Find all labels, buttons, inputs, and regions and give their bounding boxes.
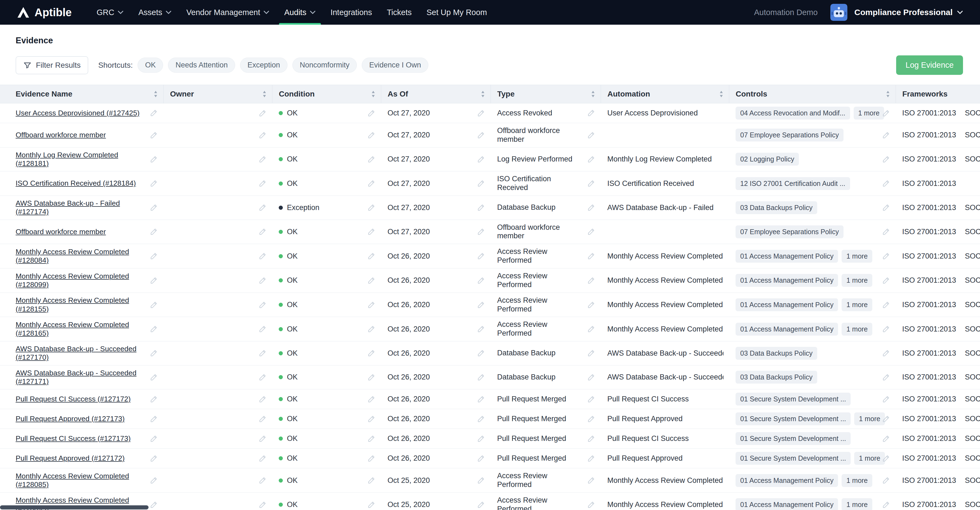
sort-icon[interactable] bbox=[719, 91, 724, 97]
evidence-link[interactable]: AWS Database Back-up - Succeeded (#12717… bbox=[16, 369, 145, 386]
shortcut-pill-evidence-i-own[interactable]: Evidence I Own bbox=[362, 57, 428, 73]
edit-icon[interactable] bbox=[587, 415, 595, 423]
edit-icon[interactable] bbox=[882, 131, 890, 139]
filter-results-button[interactable]: Filter Results bbox=[16, 56, 88, 74]
edit-icon[interactable] bbox=[150, 252, 158, 260]
edit-icon[interactable] bbox=[587, 373, 595, 381]
edit-icon[interactable] bbox=[367, 276, 375, 285]
edit-icon[interactable] bbox=[367, 454, 375, 462]
edit-icon[interactable] bbox=[258, 131, 267, 139]
edit-icon[interactable] bbox=[258, 476, 267, 484]
edit-icon[interactable] bbox=[150, 109, 158, 117]
shortcut-pill-needs-attention[interactable]: Needs Attention bbox=[168, 57, 235, 73]
edit-icon[interactable] bbox=[587, 131, 595, 139]
more-controls-badge[interactable]: 1 more bbox=[854, 107, 885, 120]
edit-icon[interactable] bbox=[587, 501, 595, 509]
more-controls-badge[interactable]: 1 more bbox=[854, 452, 885, 465]
edit-icon[interactable] bbox=[258, 415, 267, 423]
edit-icon[interactable] bbox=[587, 349, 595, 357]
evidence-link[interactable]: Monthly Access Review Completed (#128155… bbox=[16, 296, 145, 313]
nav-item-grc[interactable]: GRC bbox=[89, 0, 131, 25]
nav-item-set-up-my-room[interactable]: Set Up My Room bbox=[419, 0, 495, 25]
edit-icon[interactable] bbox=[477, 415, 485, 423]
sort-icon[interactable] bbox=[371, 91, 375, 97]
edit-icon[interactable] bbox=[258, 301, 267, 309]
log-evidence-button[interactable]: Log Evidence bbox=[896, 56, 963, 75]
edit-icon[interactable] bbox=[477, 349, 485, 357]
evidence-link[interactable]: ISO Certification Received (#128184) bbox=[16, 179, 145, 188]
edit-icon[interactable] bbox=[477, 179, 485, 188]
edit-icon[interactable] bbox=[477, 501, 485, 509]
edit-icon[interactable] bbox=[587, 252, 595, 260]
column-header-condition[interactable]: Condition bbox=[272, 85, 381, 104]
edit-icon[interactable] bbox=[882, 501, 890, 509]
edit-icon[interactable] bbox=[258, 501, 267, 509]
edit-icon[interactable] bbox=[587, 155, 595, 163]
edit-icon[interactable] bbox=[477, 301, 485, 309]
edit-icon[interactable] bbox=[882, 252, 890, 260]
edit-icon[interactable] bbox=[150, 373, 158, 381]
evidence-link[interactable]: Pull Request Approved (#127173) bbox=[16, 414, 145, 423]
edit-icon[interactable] bbox=[587, 276, 595, 285]
column-header-owner[interactable]: Owner bbox=[163, 85, 272, 104]
edit-icon[interactable] bbox=[150, 454, 158, 462]
edit-icon[interactable] bbox=[367, 349, 375, 357]
edit-icon[interactable] bbox=[258, 252, 267, 260]
edit-icon[interactable] bbox=[150, 204, 158, 212]
horizontal-scrollbar-thumb[interactable] bbox=[0, 505, 148, 510]
edit-icon[interactable] bbox=[477, 325, 485, 333]
evidence-link[interactable]: Pull Request CI Success (#127172) bbox=[16, 395, 145, 403]
edit-icon[interactable] bbox=[150, 415, 158, 423]
edit-icon[interactable] bbox=[587, 325, 595, 333]
evidence-link[interactable]: Monthly Access Review Completed (#128099… bbox=[16, 272, 145, 289]
edit-icon[interactable] bbox=[258, 155, 267, 163]
edit-icon[interactable] bbox=[258, 454, 267, 462]
edit-icon[interactable] bbox=[587, 476, 595, 484]
evidence-link[interactable]: Monthly Access Review Completed (#128084… bbox=[16, 248, 145, 265]
shortcut-pill-noncomformity[interactable]: Noncomformity bbox=[293, 57, 357, 73]
sort-icon[interactable] bbox=[153, 91, 158, 97]
shortcut-pill-ok[interactable]: OK bbox=[138, 57, 163, 73]
nav-item-audits[interactable]: Audits bbox=[277, 0, 323, 25]
edit-icon[interactable] bbox=[882, 454, 890, 462]
edit-icon[interactable] bbox=[258, 204, 267, 212]
edit-icon[interactable] bbox=[882, 109, 890, 117]
edit-icon[interactable] bbox=[477, 476, 485, 484]
edit-icon[interactable] bbox=[367, 373, 375, 381]
edit-icon[interactable] bbox=[367, 155, 375, 163]
edit-icon[interactable] bbox=[258, 228, 267, 236]
edit-icon[interactable] bbox=[367, 415, 375, 423]
evidence-link[interactable]: AWS Database Back-up - Succeeded (#12717… bbox=[16, 345, 145, 362]
evidence-link[interactable]: Pull Request CI Success (#127173) bbox=[16, 434, 145, 443]
edit-icon[interactable] bbox=[258, 179, 267, 188]
edit-icon[interactable] bbox=[367, 435, 375, 443]
more-controls-badge[interactable]: 1 more bbox=[854, 413, 885, 425]
column-header-evidence-name[interactable]: Evidence Name bbox=[0, 85, 163, 104]
edit-icon[interactable] bbox=[367, 179, 375, 188]
edit-icon[interactable] bbox=[367, 131, 375, 139]
sort-icon[interactable] bbox=[262, 91, 267, 97]
shortcut-pill-exception[interactable]: Exception bbox=[240, 57, 288, 73]
edit-icon[interactable] bbox=[882, 276, 890, 285]
nav-item-integrations[interactable]: Integrations bbox=[323, 0, 380, 25]
edit-icon[interactable] bbox=[477, 109, 485, 117]
edit-icon[interactable] bbox=[150, 131, 158, 139]
edit-icon[interactable] bbox=[477, 373, 485, 381]
sort-icon[interactable] bbox=[481, 91, 485, 97]
evidence-link[interactable]: User Access Deprovisioned (#127425) bbox=[16, 109, 145, 117]
edit-icon[interactable] bbox=[587, 109, 595, 117]
edit-icon[interactable] bbox=[882, 395, 890, 403]
edit-icon[interactable] bbox=[882, 325, 890, 333]
edit-icon[interactable] bbox=[882, 228, 890, 236]
sort-icon[interactable] bbox=[591, 91, 595, 97]
edit-icon[interactable] bbox=[258, 325, 267, 333]
edit-icon[interactable] bbox=[150, 179, 158, 188]
edit-icon[interactable] bbox=[150, 435, 158, 443]
edit-icon[interactable] bbox=[150, 276, 158, 285]
evidence-link[interactable]: Offboard workforce member bbox=[16, 228, 145, 236]
avatar[interactable] bbox=[830, 4, 847, 21]
edit-icon[interactable] bbox=[882, 204, 890, 212]
edit-icon[interactable] bbox=[587, 454, 595, 462]
more-controls-badge[interactable]: 1 more bbox=[842, 250, 872, 263]
edit-icon[interactable] bbox=[477, 228, 485, 236]
